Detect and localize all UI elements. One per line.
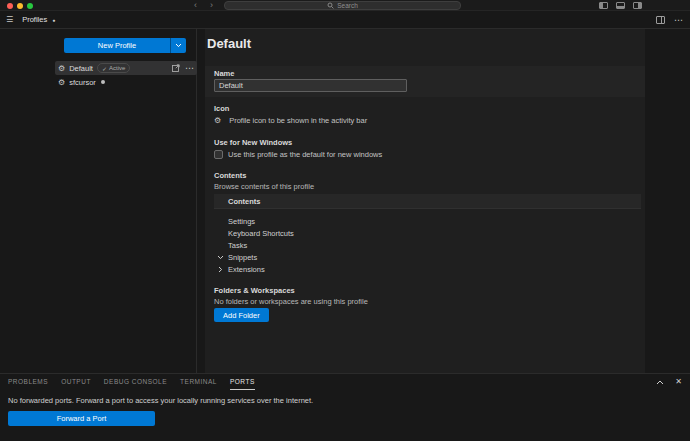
folders-section-label: Folders & Workspaces: [214, 286, 295, 295]
default-profile-checkbox-label: Use this profile as the default for new …: [228, 150, 382, 159]
tab-profiles[interactable]: Profiles: [22, 15, 47, 24]
profile-title: Default: [207, 36, 251, 51]
tab-terminal[interactable]: TERMINAL: [180, 374, 217, 390]
editor-actions: ⋯: [656, 16, 683, 24]
profile-name-input[interactable]: [214, 79, 407, 92]
profile-row-sfcursor[interactable]: ⚙ sfcursor: [55, 75, 197, 89]
toggle-secondary-sidebar-icon[interactable]: [633, 2, 642, 9]
panel-tabs: PROBLEMS OUTPUT DEBUG CONSOLE TERMINAL P…: [8, 374, 255, 390]
profile-row-default[interactable]: ⚙ Default ✓ Active ⋯: [55, 61, 197, 75]
panel-actions: ✕: [656, 377, 682, 387]
gear-icon: ⚙: [58, 64, 65, 73]
profile-row-actions: ⋯: [172, 64, 194, 72]
icon-section-label: Icon: [214, 104, 229, 113]
chevron-down-icon: [217, 255, 224, 260]
vscode-profiles-window: ‹ › Search ☰ Profiles ● ⋯ New Profile: [0, 0, 690, 441]
contents-table-header: Contents: [214, 194, 641, 209]
command-center-search[interactable]: Search: [224, 1, 461, 10]
check-icon: ✓: [102, 65, 107, 72]
gear-icon[interactable]: ⚙: [214, 116, 221, 125]
profile-dot-indicator: [101, 80, 105, 84]
tab-output[interactable]: OUTPUT: [61, 374, 91, 390]
toggle-primary-sidebar-icon[interactable]: [599, 2, 608, 9]
forward-port-button[interactable]: Forward a Port: [8, 411, 155, 426]
name-section: Name: [205, 66, 645, 97]
chevron-up-icon[interactable]: [656, 380, 664, 385]
tab-dirty-indicator: ●: [52, 17, 55, 23]
window-controls: [7, 3, 33, 9]
search-placeholder: Search: [337, 2, 358, 9]
profile-more-actions-icon[interactable]: ⋯: [185, 64, 194, 72]
new-profile-split-button: New Profile: [64, 38, 186, 53]
tree-row-extensions[interactable]: Extensions: [214, 263, 641, 275]
profile-name: Default: [69, 64, 93, 73]
minimize-window-button[interactable]: [17, 3, 23, 9]
tab-debug-console[interactable]: DEBUG CONSOLE: [104, 374, 167, 390]
editor-more-actions-icon[interactable]: ⋯: [674, 16, 683, 24]
default-profile-checkbox[interactable]: [214, 150, 223, 159]
icon-section-description: Profile icon to be shown in the activity…: [229, 116, 367, 125]
chevron-right-icon: [218, 266, 223, 273]
titlebar: ‹ › Search: [0, 0, 690, 11]
search-icon: [327, 2, 334, 9]
close-panel-icon[interactable]: ✕: [675, 377, 682, 387]
ports-empty-message: No forwarded ports. Forward a port to ac…: [8, 396, 313, 405]
folders-section-description: No folders or workspaces are using this …: [214, 297, 368, 306]
menu-icon[interactable]: ☰: [6, 15, 13, 24]
contents-section-description: Browse contents of this profile: [214, 182, 314, 191]
layout-controls: [599, 2, 642, 9]
history-forward-icon[interactable]: ›: [210, 0, 213, 11]
contents-section-label: Contents: [214, 171, 247, 180]
icon-picker-row[interactable]: ⚙ Profile icon to be shown in the activi…: [214, 116, 367, 125]
tree-row-settings[interactable]: Settings: [214, 215, 641, 227]
tree-row-snippets[interactable]: Snippets: [214, 251, 641, 263]
open-new-window-icon[interactable]: [172, 64, 180, 72]
profile-details-editor: Default Name Icon ⚙ Profile icon to be s…: [198, 29, 690, 373]
default-profile-checkbox-row: Use this profile as the default for new …: [214, 150, 382, 159]
split-editor-icon[interactable]: [656, 16, 665, 24]
tree-row-keyboard-shortcuts[interactable]: Keyboard Shortcuts: [214, 227, 641, 239]
contents-tree: Settings Keyboard Shortcuts Tasks Snippe…: [214, 215, 641, 275]
active-badge: ✓ Active: [97, 63, 130, 73]
new-windows-section-label: Use for New Windows: [214, 138, 292, 147]
gear-icon: ⚙: [58, 78, 65, 87]
profile-name: sfcursor: [69, 78, 96, 87]
profile-details-column: Default Name Icon ⚙ Profile icon to be s…: [205, 29, 645, 373]
profiles-sidebar: New Profile ⚙ Default ✓ Active ⋯ ⚙ sfcu: [0, 29, 197, 373]
editor-tabbar: ☰ Profiles ● ⋯: [0, 11, 690, 29]
toggle-panel-icon[interactable]: [616, 2, 625, 9]
close-window-button[interactable]: [7, 3, 13, 9]
chevron-down-icon: [175, 43, 182, 48]
new-profile-button[interactable]: New Profile: [64, 38, 170, 53]
add-folder-button[interactable]: Add Folder: [214, 308, 269, 322]
tree-row-tasks[interactable]: Tasks: [214, 239, 641, 251]
tab-ports[interactable]: PORTS: [230, 374, 255, 390]
new-profile-dropdown-button[interactable]: [170, 38, 186, 53]
tab-problems[interactable]: PROBLEMS: [8, 374, 48, 390]
contents-header-label: Contents: [228, 197, 261, 206]
name-section-label: Name: [214, 69, 234, 78]
bottom-panel: PROBLEMS OUTPUT DEBUG CONSOLE TERMINAL P…: [0, 373, 690, 441]
history-back-icon[interactable]: ‹: [194, 0, 197, 11]
active-badge-label: Active: [109, 65, 125, 71]
zoom-window-button[interactable]: [27, 3, 33, 9]
